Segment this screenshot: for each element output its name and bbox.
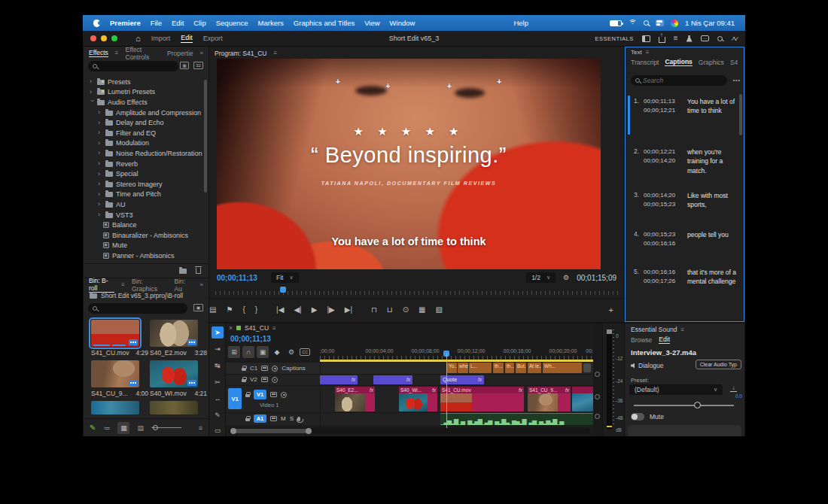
mute-button[interactable]: M — [281, 415, 286, 422]
clip-name[interactable]: S41_CU_9... — [91, 390, 128, 397]
caption-clip[interactable]: At le... — [528, 363, 541, 373]
tree-item[interactable]: Special — [84, 169, 204, 179]
tab-graphics[interactable]: Graphics — [699, 59, 724, 66]
quick-search-icon[interactable] — [717, 36, 723, 41]
current-timecode[interactable]: 00;00;11;13 — [217, 274, 257, 282]
chevron-right-icon[interactable] — [98, 140, 102, 147]
delete-icon[interactable] — [196, 268, 201, 274]
caption-clip[interactable]: L... — [469, 363, 492, 373]
tab-effect-controls[interactable]: Effect Controls — [126, 46, 161, 61]
tree-item-effect[interactable]: Binauralizer - Ambisonics — [84, 230, 204, 241]
zoom-level-dropdown[interactable]: Fit∨ — [271, 272, 299, 283]
menu-window[interactable]: Window — [390, 19, 416, 27]
track-output-eye-icon[interactable] — [272, 366, 278, 372]
tree-item-effect[interactable]: Panner - Ambisonics — [84, 250, 204, 261]
share-icon[interactable] — [659, 37, 665, 43]
track-output-eye-icon[interactable] — [272, 377, 278, 383]
menu-view[interactable]: View — [364, 19, 379, 27]
add-marker-icon[interactable]: ◆ — [271, 346, 283, 358]
v1-video-clip[interactable]: S40_E2...fx — [335, 387, 375, 411]
workspace-icon[interactable] — [642, 35, 650, 42]
play-icon[interactable]: ▶ — [312, 306, 318, 314]
thumbnail-view-icon[interactable]: ▦ — [117, 422, 129, 434]
bin-clip-thumbnail-partial[interactable] — [91, 401, 139, 414]
playback-resolution-dropdown[interactable]: 1/2∨ — [526, 272, 556, 283]
tab-transcript[interactable]: Transcript — [631, 59, 659, 66]
pen-tool[interactable]: ✎ — [212, 409, 224, 421]
sync-lock-icon[interactable] — [270, 416, 277, 421]
menu-markers[interactable]: Markers — [258, 19, 284, 27]
captions-scrollbar[interactable] — [739, 94, 742, 135]
snap-magnet-icon[interactable]: ∩ — [242, 346, 254, 358]
chevron-right-icon[interactable] — [98, 150, 102, 156]
audio-meter[interactable]: 0 -12 -24 -36 -48 dB — [602, 323, 624, 436]
close-icon[interactable]: × — [229, 324, 233, 332]
tab-bin-audio[interactable]: Bin: Au — [174, 278, 193, 293]
nav-import[interactable]: Import — [151, 35, 171, 42]
marker-icon[interactable]: ⚑ — [226, 306, 233, 314]
chevron-right-icon[interactable] — [98, 160, 102, 167]
tab-browse[interactable]: Browse — [631, 336, 652, 344]
captions-track-header[interactable]: C1 Captions — [242, 365, 306, 372]
settings-wrench-icon[interactable]: ⚙ — [563, 274, 569, 281]
v1-video-clip[interactable]: S41_CU.movfx — [440, 387, 524, 411]
timeline-playhead-line[interactable] — [446, 354, 447, 433]
menu-file[interactable]: File — [151, 19, 162, 27]
a1-track-header[interactable]: A1 M S — [245, 414, 300, 423]
lock-icon[interactable] — [242, 379, 246, 383]
window-close-button[interactable] — [90, 35, 96, 41]
sort-icon[interactable]: ≡ — [199, 424, 202, 432]
caption-row[interactable]: 1. 00;00;11;1300;00;12;21 You have a lot… — [630, 97, 738, 116]
linked-selection-icon[interactable]: ▣ — [257, 346, 269, 358]
gain-value[interactable]: 0.0 — [735, 393, 742, 399]
home-icon[interactable]: ⌂ — [135, 34, 141, 43]
track-resize-handle[interactable] — [595, 372, 600, 377]
new-bin-icon[interactable] — [179, 269, 187, 274]
lift-icon[interactable]: ⊓ — [371, 306, 377, 314]
sync-lock-icon[interactable] — [261, 366, 268, 371]
timeline-ruler[interactable]: ;00;00 00;00;04;00 00;00;08;00 00;00;12;… — [320, 346, 593, 360]
bin-clip-thumbnail[interactable] — [91, 320, 139, 347]
fullscreen-icon[interactable]: ↗↙ — [731, 35, 738, 42]
tab-captions[interactable]: Captions — [665, 58, 692, 66]
step-forward-icon[interactable]: |▶ — [327, 306, 334, 314]
tab-bin-broll[interactable]: Bin: B-roll — [89, 277, 114, 293]
freeform-view-icon[interactable]: ▤ — [137, 424, 144, 432]
workspaces-menu-icon[interactable]: ≡ — [674, 35, 678, 42]
edit-pencil-icon[interactable]: ✎ — [90, 424, 96, 432]
chevron-right-icon[interactable] — [98, 171, 102, 178]
slip-tool[interactable]: ↔ — [212, 393, 224, 405]
v1-video-clip[interactable]: S40_Wi...fx — [399, 387, 437, 411]
panel-menu-icon[interactable]: ≡ — [646, 49, 650, 56]
sync-lock-icon[interactable] — [270, 392, 277, 397]
lock-icon[interactable] — [242, 368, 246, 372]
thumbnail-zoom-slider[interactable] — [151, 424, 181, 432]
preset-dropdown[interactable]: (Default)∨ — [629, 384, 723, 395]
tree-item[interactable]: Noise Reduction/Restoration — [84, 148, 204, 159]
tab-properties[interactable]: Propertie — [167, 50, 193, 57]
apple-menu-icon[interactable] — [93, 20, 100, 27]
panel-menu-icon[interactable]: ≡ — [680, 326, 684, 333]
nav-export[interactable]: Export — [203, 35, 223, 42]
caption-clip[interactable]: when... — [458, 363, 468, 373]
panel-menu-icon[interactable]: ≡ — [115, 50, 119, 56]
tree-item[interactable]: Time and Pitch — [84, 190, 204, 200]
ripple-edit-tool[interactable]: ↹ — [212, 360, 224, 372]
insert-icon[interactable]: ▦ — [419, 306, 425, 314]
bin-clip-thumbnail[interactable] — [91, 360, 139, 387]
selection-tool[interactable]: ➤ — [212, 326, 224, 339]
voiceover-mic-icon[interactable] — [297, 417, 300, 421]
beta-beaker-icon[interactable] — [686, 35, 693, 42]
chevron-right-icon[interactable] — [98, 201, 102, 208]
list-view-icon[interactable]: ≔ — [103, 424, 110, 432]
menu-help[interactable]: Help — [513, 19, 528, 27]
v2-graphic-clip[interactable]: fx — [373, 375, 412, 384]
chevron-down-icon[interactable] — [89, 100, 96, 105]
timeline-timecode[interactable]: 00;00;11;13 — [230, 335, 271, 343]
a1-audio-clip[interactable]: ▂▄▆▃▇▂▅▁▆▃▅▇▂▄▆▁▅▃▇▄▂▆▅▃▇▁▄▆▂▅▃▆▄▇▂▅ — [440, 413, 593, 425]
nav-edit[interactable]: Edit — [181, 34, 193, 43]
mark-out-icon[interactable]: } — [255, 306, 257, 314]
caption-clip[interactable]: But... — [516, 363, 526, 373]
scroll-handle[interactable] — [230, 428, 236, 434]
track-resize-handle[interactable] — [595, 394, 600, 399]
